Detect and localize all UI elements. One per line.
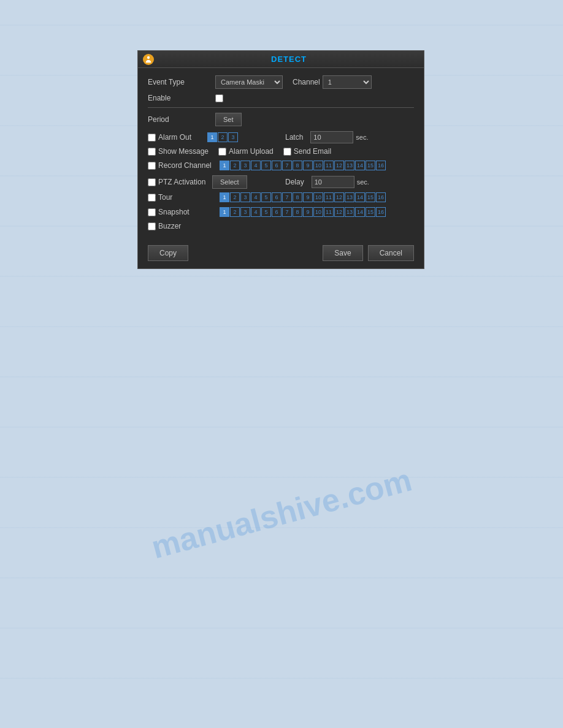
alarm-num-2[interactable]: 2 <box>218 132 228 142</box>
rc-num-1[interactable]: 1 <box>220 161 229 170</box>
tour-num-8[interactable]: 8 <box>293 192 302 202</box>
tour-nums: 1 2 3 4 5 6 7 8 9 10 11 12 13 14 15 16 <box>220 192 386 202</box>
tour-num-3[interactable]: 3 <box>240 192 250 202</box>
latch-col: Latch sec. <box>285 131 369 143</box>
ptz-checkbox[interactable] <box>148 178 156 186</box>
show-message-label: Show Message <box>158 147 209 156</box>
alarm-num-1[interactable]: 1 <box>207 132 217 142</box>
tour-num-2[interactable]: 2 <box>230 192 240 202</box>
event-type-label: Event Type <box>148 78 215 86</box>
cancel-button[interactable]: Cancel <box>368 245 414 261</box>
channel-select[interactable]: 1234 5678 <box>323 75 372 89</box>
snap-num-7[interactable]: 7 <box>282 207 292 217</box>
tour-num-10[interactable]: 10 <box>313 192 323 202</box>
snapshot-nums: 1 2 3 4 5 6 7 8 9 10 11 12 13 14 15 16 <box>220 207 386 217</box>
tour-num-7[interactable]: 7 <box>282 192 292 202</box>
rc-num-3[interactable]: 3 <box>240 161 250 170</box>
rc-num-9[interactable]: 9 <box>303 161 313 170</box>
snap-num-11[interactable]: 11 <box>324 207 334 217</box>
tour-checkbox[interactable] <box>148 194 156 202</box>
select-button[interactable]: Select <box>212 175 247 189</box>
alarm-out-col: Alarm Out 1 2 3 <box>148 132 270 142</box>
rc-num-16[interactable]: 16 <box>376 161 386 170</box>
alarm-upload-checkbox[interactable] <box>218 148 226 156</box>
set-button[interactable]: Set <box>215 113 242 126</box>
snap-num-12[interactable]: 12 <box>334 207 344 217</box>
tour-num-1[interactable]: 1 <box>220 192 229 202</box>
alarm-out-checkbox[interactable] <box>148 134 156 142</box>
dialog-body: Event Type Camera Maski Video Loss Motio… <box>138 68 424 268</box>
rc-num-4[interactable]: 4 <box>251 161 261 170</box>
copy-button[interactable]: Copy <box>148 245 188 261</box>
rc-num-5[interactable]: 5 <box>261 161 271 170</box>
ptz-activation-label: PTZ Activation <box>158 178 207 186</box>
delay-label: Delay <box>285 178 304 186</box>
rc-num-2[interactable]: 2 <box>230 161 240 170</box>
tour-num-15[interactable]: 15 <box>366 192 375 202</box>
snap-num-6[interactable]: 6 <box>272 207 282 217</box>
show-message-checkbox[interactable] <box>148 148 156 156</box>
latch-input[interactable] <box>310 131 353 143</box>
ptz-delay-row: PTZ Activation Select Delay sec. <box>148 175 414 189</box>
delay-input[interactable] <box>312 176 354 188</box>
rc-num-11[interactable]: 11 <box>324 161 334 170</box>
snap-num-1[interactable]: 1 <box>220 207 229 217</box>
rc-num-8[interactable]: 8 <box>293 161 302 170</box>
tour-num-13[interactable]: 13 <box>345 192 354 202</box>
tour-num-11[interactable]: 11 <box>324 192 334 202</box>
buzzer-row: Buzzer <box>148 222 414 230</box>
watermark-text: manualshive.com <box>147 461 415 566</box>
send-email-checkbox[interactable] <box>283 148 291 156</box>
period-label: Period <box>148 115 215 124</box>
tour-num-12[interactable]: 12 <box>334 192 344 202</box>
event-type-select[interactable]: Camera Maski Video Loss Motion Detect <box>215 75 283 89</box>
svg-point-0 <box>147 56 150 58</box>
latch-sec-label: sec. <box>356 134 368 141</box>
alarm-num-3[interactable]: 3 <box>228 132 238 142</box>
snapshot-row: Snapshot 1 2 3 4 5 6 7 8 9 10 11 12 13 1… <box>148 207 414 217</box>
dialog-title: DETECT <box>159 55 419 64</box>
snap-num-8[interactable]: 8 <box>293 207 302 217</box>
rc-num-7[interactable]: 7 <box>282 161 292 170</box>
snap-num-10[interactable]: 10 <box>313 207 323 217</box>
snap-num-3[interactable]: 3 <box>240 207 250 217</box>
divider-1 <box>148 107 414 108</box>
latch-label: Latch <box>285 133 303 142</box>
rc-num-6[interactable]: 6 <box>272 161 282 170</box>
record-channel-label: Record Channel <box>158 161 220 170</box>
snap-num-15[interactable]: 15 <box>366 207 375 217</box>
buzzer-checkbox[interactable] <box>148 222 156 230</box>
tour-num-6[interactable]: 6 <box>272 192 282 202</box>
tour-num-14[interactable]: 14 <box>355 192 365 202</box>
bottom-buttons: Copy Save Cancel <box>148 240 414 261</box>
tour-num-4[interactable]: 4 <box>251 192 261 202</box>
tour-num-9[interactable]: 9 <box>303 192 313 202</box>
snap-num-2[interactable]: 2 <box>230 207 240 217</box>
record-channel-checkbox[interactable] <box>148 162 156 170</box>
message-upload-email-row: Show Message Alarm Upload Send Email <box>148 147 414 156</box>
snap-num-14[interactable]: 14 <box>355 207 365 217</box>
buzzer-label: Buzzer <box>158 222 181 230</box>
tour-num-5[interactable]: 5 <box>261 192 271 202</box>
enable-label: Enable <box>148 94 215 102</box>
rc-num-12[interactable]: 12 <box>334 161 344 170</box>
rc-num-15[interactable]: 15 <box>366 161 375 170</box>
snap-num-5[interactable]: 5 <box>261 207 271 217</box>
snapshot-checkbox[interactable] <box>148 208 156 216</box>
snap-num-9[interactable]: 9 <box>303 207 313 217</box>
rc-num-14[interactable]: 14 <box>355 161 365 170</box>
alarm-latch-row: Alarm Out 1 2 3 Latch sec. <box>148 131 414 143</box>
snapshot-label: Snapshot <box>158 208 220 216</box>
snap-num-13[interactable]: 13 <box>345 207 354 217</box>
tour-num-16[interactable]: 16 <box>376 192 386 202</box>
save-cancel-group: Save Cancel <box>323 245 414 261</box>
rc-num-10[interactable]: 10 <box>313 161 323 170</box>
snap-num-16[interactable]: 16 <box>376 207 386 217</box>
alarm-out-nums: 1 2 3 <box>207 132 239 142</box>
rc-num-13[interactable]: 13 <box>345 161 354 170</box>
save-button[interactable]: Save <box>323 245 362 261</box>
snap-num-4[interactable]: 4 <box>251 207 261 217</box>
send-email-label: Send Email <box>294 147 331 156</box>
enable-checkbox[interactable] <box>215 94 223 102</box>
event-type-row: Event Type Camera Maski Video Loss Motio… <box>148 75 414 89</box>
